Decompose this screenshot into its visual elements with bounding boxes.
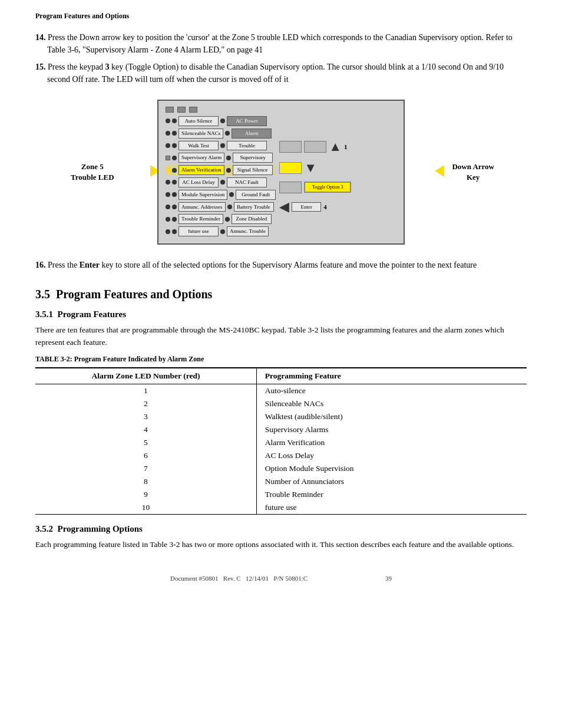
dot-7c [229,192,234,197]
kp-icon-3 [189,107,197,113]
table-caption-text: TABLE 3-2: Program Feature Indicated by … [35,355,204,363]
zone-label-line1: Zone 5 [81,162,104,171]
dot-3a [166,143,170,148]
table-row: 9Trouble Reminder [35,488,527,501]
table-row: 2Silenceable NACs [35,397,527,410]
enter-arrow-icon: ◀ [279,199,289,215]
dot-9a [166,217,170,222]
instruction-14: 14. Press the Down arrow key to position… [35,31,527,56]
subsection2-title: Programming Options [58,524,143,533]
subsection1-body: There are ten features that are programm… [35,324,527,349]
section-heading-3-5: 3.5 Program Features and Options [35,288,527,301]
btn-nac-fault: NAC Fault [227,177,267,187]
number-1: 1 [344,143,348,150]
kp-icon-small [166,156,170,160]
number-4: 4 [323,203,327,210]
table-row: 10future use [35,501,527,515]
dot-1a [166,118,170,123]
btn-ac-power: AC Power [227,116,267,126]
kp-row-1: Auto Silence AC Power [166,116,276,126]
toggle-option-btn: Toggle Option 3 [304,182,351,193]
right-row-up: ▲ 1 [279,139,351,154]
keypad-diagram: Auto Silence AC Power Silenceable NACs A… [157,100,405,245]
kp-row-4: Supervisory Alarm Supervisory [166,153,276,163]
table-cell-feature: future use [256,501,527,515]
yellow-box-1 [279,162,302,174]
dot-5a [166,168,170,173]
subsection-heading-3-5-2: 3.5.2 Programming Options [35,524,527,534]
subsection1-body-text: There are ten features that are programm… [35,325,504,347]
header-title: Program Features and Options [35,12,129,20]
footer-page: 39 [385,575,392,582]
table-row: 6AC Loss Delay [35,449,527,462]
btn-ac-loss-delay: AC Loss Delay [178,177,219,187]
dot-1b [172,118,177,123]
table-cell-feature: Number of Annunciators [256,475,527,488]
footer-doc: Document #50801 [170,575,219,582]
dot-3c [220,143,225,148]
btn-alarm-verif: Alarm Verification [178,165,224,175]
subsection1-title: Program Features [58,309,127,319]
footer-pn: P/N 50801:C [273,575,308,582]
page-header: Program Features and Options [35,12,527,21]
dot-4c [226,156,231,160]
page-footer: Document #50801 Rev. C 12/14/01 P/N 5080… [35,575,527,582]
table-caption: TABLE 3-2: Program Feature Indicated by … [35,355,527,364]
btn-auto-silence: Auto Silence [178,116,219,126]
dot-8b [172,205,177,209]
dot-6c [220,180,225,185]
down-arrow-label-2: Key [467,173,480,182]
table-cell-zone: 9 [35,488,256,501]
table-row: 5Alarm Verification [35,436,527,449]
table-cell-feature: AC Loss Delay [256,449,527,462]
dot-3b [172,143,177,148]
dot-9b [172,217,177,222]
table-header-row: Alarm Zone LED Number (red) Programming … [35,368,527,384]
dot-6a [166,180,170,185]
btn-alarm: Alarm [232,129,272,139]
dot-10a [166,229,170,234]
btn-battery-trouble: Battery Trouble [234,202,274,212]
btn-trouble-reminder: Trouble Reminder [178,214,223,224]
table-cell-zone: 4 [35,423,256,436]
col-header-zone: Alarm Zone LED Number (red) [35,368,256,384]
gray-box-3 [279,182,302,193]
dot-4b [172,156,177,160]
col-header-feature: Programming Feature [256,368,527,384]
kp-row-10: future use Annunc. Trouble [166,226,276,236]
dot-7a [166,192,170,197]
table-cell-feature: Auto-silence [256,384,527,397]
footer-date: 12/14/01 [246,575,269,582]
table-row: 1Auto-silence [35,384,527,397]
down-arrow-left [435,165,444,177]
diagram-container: Zone 5 Trouble LED Auto Silence AC Power [35,100,527,245]
dot-9c [225,217,230,222]
zone-label-line2: Trouble LED [71,173,114,182]
kp-row-7: Module Supervision Ground Fault [166,190,276,200]
dot-8c [227,205,232,209]
subsection2-body: Each programming feature listed in Table… [35,539,527,551]
subsection2-number: 3.5.2 [35,524,53,533]
down-arrow-label-1: Down Arrow [452,162,494,171]
dot-5c [226,168,231,173]
subsection-heading-3-5-1: 3.5.1 Program Features [35,309,527,319]
dot-6b [172,180,177,185]
subsection1-number: 3.5.1 [35,309,53,319]
kp-main-left: Auto Silence AC Power Silenceable NACs A… [166,116,276,238]
btn-walk-test: Walk Test [178,141,219,151]
table-cell-feature: Alarm Verification [256,436,527,449]
table-cell-feature: Option Module Supervision [256,462,527,475]
kp-row-5: Alarm Verification Signal Silence [166,165,276,175]
table-cell-zone: 1 [35,384,256,397]
table-row: 4Supervisory Alarms [35,423,527,436]
table-cell-zone: 6 [35,449,256,462]
table-cell-feature: Supervisory Alarms [256,423,527,436]
gray-box-1 [279,141,302,153]
feature-table: Alarm Zone LED Number (red) Programming … [35,367,527,515]
table-cell-zone: 3 [35,410,256,423]
table-cell-feature: Silenceable NACs [256,397,527,410]
kp-row-3: Walk Test Trouble [166,141,276,151]
btn-annunc-trouble: Annunc. Trouble [227,226,269,236]
btn-trouble: Trouble [227,141,267,151]
kp-outer: Auto Silence AC Power Silenceable NACs A… [166,116,396,238]
